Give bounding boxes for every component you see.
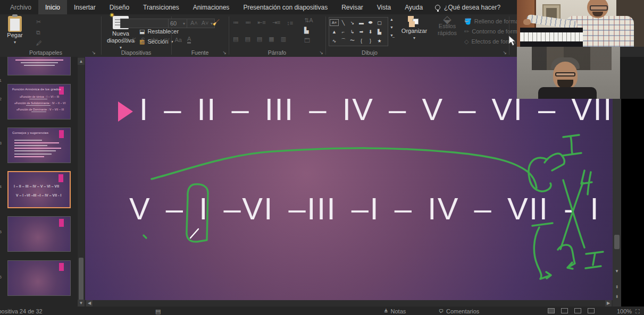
- align-left-icon[interactable]: ▤: [233, 36, 238, 42]
- spellcheck-icon[interactable]: ▤: [155, 308, 161, 315]
- clipboard-dialog-launcher[interactable]: ↘: [91, 50, 96, 55]
- ink-loop-arrow: [532, 223, 553, 279]
- horizontal-scrollbar[interactable]: ◀ ▶: [85, 300, 613, 307]
- tab-insertar[interactable]: Insertar: [67, 0, 103, 14]
- paste-button[interactable]: Pegar ▾: [0, 16, 30, 51]
- thumbnail-scrollbar[interactable]: ▲ ▼: [78, 57, 85, 307]
- gallery-up-icon[interactable]: ▲: [390, 18, 394, 21]
- scroll-down-icon[interactable]: ▼: [78, 300, 85, 307]
- shapes-gallery[interactable]: A≡ ╲ ↘ ▬ ⬬ ▢ ▲ ⌐ ↳ ➡ ⬇ ▙ ∿ ⌒ 〜 { } ★: [329, 17, 388, 46]
- corner-shape-icon[interactable]: ▙: [375, 28, 384, 35]
- scroll-down-icon[interactable]: ▼: [613, 268, 621, 275]
- font-dialog-launcher[interactable]: ↘: [222, 50, 227, 55]
- align-right-icon[interactable]: ▤: [257, 36, 262, 42]
- line-icon[interactable]: ╲: [339, 19, 348, 26]
- italic-button[interactable]: K: [132, 37, 136, 43]
- slide-thumbnail-23[interactable]: Consejos y sugerencias: [7, 127, 71, 163]
- star-icon[interactable]: ★: [375, 37, 384, 44]
- scroll-right-icon[interactable]: ▶: [605, 300, 612, 307]
- justify-icon[interactable]: ▦: [269, 36, 274, 42]
- zoom-level[interactable]: 100%: [617, 308, 632, 314]
- text-direction-icon[interactable]: ⇅A: [304, 15, 313, 25]
- slide-accent-rect: [59, 130, 64, 138]
- next-slide-icon[interactable]: ⇟: [613, 293, 621, 300]
- triangle-icon[interactable]: ▲: [330, 28, 339, 35]
- slide-number-indicator[interactable]: Diapositiva 24 de 32: [0, 308, 43, 314]
- slide-thumbnail-22[interactable]: Función Armónica de los grados »Función …: [7, 84, 71, 120]
- tab-inicio[interactable]: Inicio: [38, 0, 67, 14]
- gallery-more-icon[interactable]: ▼̲: [390, 33, 394, 37]
- tab-ayuda[interactable]: Ayuda: [398, 0, 430, 14]
- elbow-connector-icon[interactable]: ⌐: [339, 28, 348, 35]
- slide-thumbnail-21[interactable]: [7, 57, 71, 75]
- rounded-rectangle-icon[interactable]: ▢: [375, 19, 384, 26]
- scroll-up-icon[interactable]: ▲: [78, 58, 85, 65]
- scroll-left-icon[interactable]: ◀: [86, 300, 93, 307]
- previous-slide-icon[interactable]: ⇞: [613, 284, 621, 291]
- normal-view-button[interactable]: [548, 308, 555, 313]
- tell-me-label: ¿Qué desea hacer?: [444, 4, 500, 11]
- down-arrow-shape-icon[interactable]: ⬇: [366, 28, 375, 35]
- shape-fill-button[interactable]: 🪣Relleno de forma: [464, 16, 521, 27]
- scribble-icon[interactable]: ∿: [330, 37, 339, 44]
- rectangle-icon[interactable]: ▬: [357, 19, 366, 26]
- tab-revisar[interactable]: Revisar: [334, 0, 370, 14]
- change-case-button[interactable]: Aa: [175, 37, 182, 43]
- tab-presentacion[interactable]: Presentación con diapositivas: [236, 0, 334, 14]
- font-color-button[interactable]: A: [187, 36, 191, 44]
- character-spacing-button[interactable]: AV: [163, 37, 169, 42]
- arrow-line-icon[interactable]: ↘: [348, 19, 357, 26]
- slideshow-button[interactable]: [588, 308, 595, 313]
- comments-button[interactable]: 🗩 Comentarios: [439, 308, 479, 314]
- scrollbar-thumb[interactable]: [614, 235, 620, 249]
- tab-archivo[interactable]: Archivo: [3, 0, 38, 14]
- font-group-label: Fuente: [172, 49, 228, 56]
- arrange-button[interactable]: Organizar ▾: [398, 16, 430, 51]
- elbow-arrow-icon[interactable]: ↳: [348, 28, 357, 35]
- reading-view-button[interactable]: [574, 308, 581, 313]
- slide-thumbnail-24-selected[interactable]: I – II – III – IV – V – VI – VII V – I –…: [7, 171, 71, 208]
- vertical-scrollbar[interactable]: ▼ ⇞ ⇟: [613, 99, 621, 307]
- slide-sorter-view-button[interactable]: [561, 308, 568, 313]
- copy-icon[interactable]: ⧉: [36, 29, 40, 36]
- cut-icon[interactable]: ✂: [36, 19, 41, 25]
- font-size-combobox[interactable]: 60▾: [168, 19, 187, 28]
- numbering-icon[interactable]: ≕: [245, 19, 251, 26]
- strikethrough-button[interactable]: abc: [150, 37, 158, 42]
- student-shirt: [538, 87, 597, 99]
- tab-animaciones[interactable]: Animaciones: [186, 0, 237, 14]
- increase-indent-icon[interactable]: ⇥≡: [272, 19, 281, 26]
- line-spacing-icon[interactable]: ↕≡: [287, 20, 293, 26]
- tab-diseno[interactable]: Diseño: [103, 0, 136, 14]
- right-brace-icon[interactable]: }: [366, 37, 375, 44]
- tell-me-box[interactable]: ¿Qué desea hacer?: [430, 0, 506, 14]
- left-brace-icon[interactable]: {: [357, 37, 366, 44]
- tab-vista[interactable]: Vista: [370, 0, 398, 14]
- fit-slide-to-window-button[interactable]: ⛶: [635, 308, 640, 315]
- shrink-font-icon[interactable]: A˅: [202, 20, 209, 26]
- align-center-icon[interactable]: ▤: [245, 36, 250, 42]
- drawing-dialog-launcher[interactable]: ↘: [503, 50, 507, 55]
- decrease-indent-icon[interactable]: ⇤≡: [257, 19, 266, 26]
- bold-button[interactable]: N: [122, 37, 127, 43]
- bullets-icon[interactable]: ≔: [233, 19, 239, 26]
- smartart-icon[interactable]: 🗔: [304, 36, 310, 46]
- grow-font-icon[interactable]: A˄: [190, 20, 198, 26]
- underline-button[interactable]: S: [141, 37, 145, 43]
- scrollbar-thumb[interactable]: [79, 258, 83, 301]
- slide-thumbnail-26[interactable]: [7, 260, 71, 296]
- columns-icon[interactable]: ▥: [281, 36, 286, 42]
- notes-button[interactable]: ≜ Notas: [384, 308, 406, 314]
- curve-icon[interactable]: 〜: [348, 37, 357, 44]
- arc-icon[interactable]: ⌒: [339, 37, 348, 44]
- right-arrow-shape-icon[interactable]: ➡: [357, 28, 366, 35]
- tab-transiciones[interactable]: Transiciones: [136, 0, 186, 14]
- slide-thumbnail-25[interactable]: [7, 216, 71, 252]
- oval-icon[interactable]: ⬬: [366, 19, 375, 26]
- align-text-icon[interactable]: ▙: [304, 25, 308, 36]
- gallery-down-icon[interactable]: ▼: [390, 25, 394, 29]
- text-box-icon[interactable]: A≡: [330, 19, 339, 26]
- clear-formatting-icon[interactable]: 🧹: [213, 19, 220, 26]
- format-painter-icon[interactable]: 🖉: [36, 40, 42, 46]
- quick-styles-button[interactable]: ⬙ Estilos rápidos: [432, 16, 462, 51]
